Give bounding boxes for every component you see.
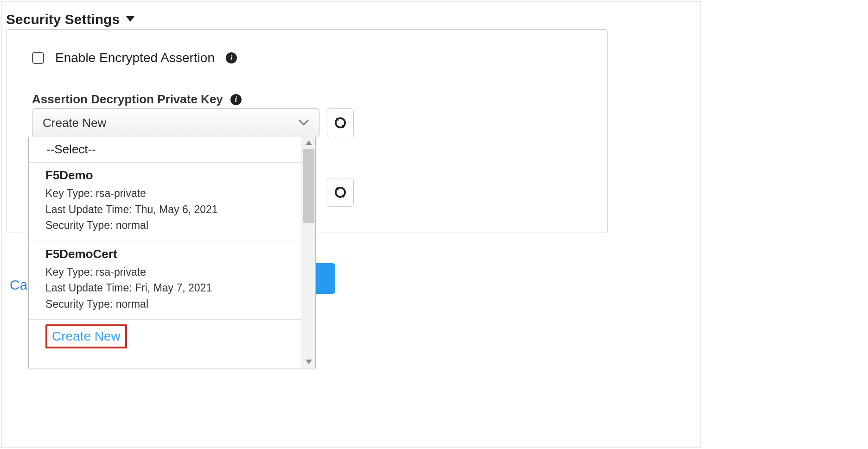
dropdown-option-f5democert[interactable]: F5DemoCert Key Type: rsa-private Last Up…: [29, 241, 301, 320]
assertion-key-select[interactable]: Create New: [32, 108, 319, 137]
dropdown-option-title: F5DemoCert: [45, 247, 288, 261]
info-icon[interactable]: i: [226, 52, 237, 63]
chevron-down-icon: [299, 120, 309, 126]
enable-encrypted-assertion-label: Enable Encrypted Assertion: [55, 51, 215, 65]
scroll-up-icon[interactable]: [302, 137, 316, 149]
meta-value: rsa-private: [96, 187, 146, 199]
svg-marker-5: [306, 140, 312, 145]
meta-label: Last Update Time:: [45, 203, 132, 215]
dropdown-create-new-row: Create New: [29, 320, 301, 353]
dropdown-content: --Select-- F5Demo Key Type: rsa-private …: [29, 137, 301, 368]
dropdown-option-meta: Key Type: rsa-private Last Update Time: …: [45, 185, 288, 234]
svg-marker-0: [126, 16, 134, 22]
meta-value: rsa-private: [96, 266, 146, 278]
assertion-key-label: Assertion Decryption Private Key: [32, 92, 223, 107]
meta-value: Fri, May 7, 2021: [135, 282, 212, 294]
info-icon[interactable]: i: [230, 94, 242, 105]
dropdown-scrollbar[interactable]: [301, 137, 315, 368]
meta-label: Security Type:: [45, 298, 113, 310]
caret-down-icon: [126, 16, 134, 23]
refresh-button[interactable]: [327, 108, 354, 137]
meta-label: Security Type:: [45, 219, 113, 231]
assertion-key-select-row: Create New: [32, 108, 354, 137]
security-settings-header[interactable]: Security Settings: [6, 12, 134, 27]
dropdown-select-placeholder[interactable]: --Select--: [29, 137, 301, 162]
refresh-button[interactable]: [327, 178, 354, 207]
assertion-key-label-row: Assertion Decryption Private Key i: [32, 92, 242, 107]
dropdown-option-meta: Key Type: rsa-private Last Update Time: …: [45, 264, 288, 312]
scrollbar-thumb[interactable]: [303, 149, 314, 223]
dropdown-option-f5demo[interactable]: F5Demo Key Type: rsa-private Last Update…: [29, 163, 301, 241]
meta-label: Key Type:: [45, 266, 93, 278]
svg-marker-6: [306, 360, 312, 364]
meta-value: normal: [116, 298, 148, 310]
security-settings-title: Security Settings: [6, 12, 120, 27]
assertion-key-dropdown: --Select-- F5Demo Key Type: rsa-private …: [28, 137, 316, 368]
meta-value: Thu, May 6, 2021: [135, 203, 218, 215]
meta-label: Key Type:: [45, 187, 93, 199]
enable-encrypted-assertion-row: Enable Encrypted Assertion i: [32, 51, 237, 65]
meta-value: normal: [116, 219, 148, 231]
dropdown-option-title: F5Demo: [45, 168, 288, 183]
enable-encrypted-assertion-checkbox[interactable]: [32, 52, 44, 64]
assertion-key-select-value: Create New: [43, 116, 106, 130]
meta-label: Last Update Time:: [45, 282, 132, 294]
scroll-down-icon[interactable]: [302, 356, 316, 368]
create-new-link[interactable]: Create New: [45, 324, 127, 348]
